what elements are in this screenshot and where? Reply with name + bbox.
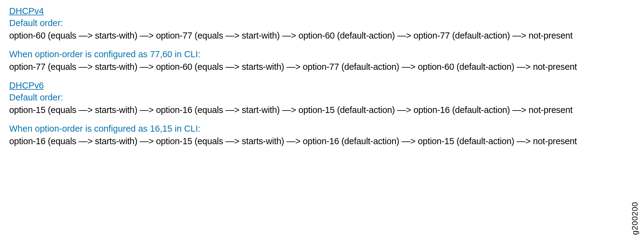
dhcpv6-default-label: Default order: xyxy=(9,92,635,103)
dhcpv4-configured-content: option-77 (equals —> starts-with) —> opt… xyxy=(9,62,635,72)
dhcpv6-configured-label: When option-order is configured as 16,15… xyxy=(9,124,635,134)
dhcpv6-configured-content: option-16 (equals —> starts-with) —> opt… xyxy=(9,136,635,146)
dhcpv4-configured-label: When option-order is configured as 77,60… xyxy=(9,49,635,59)
dhcpv6-default-content: option-15 (equals —> starts-with) —> opt… xyxy=(9,105,635,115)
dhcpv6-section: DHCPv6 Default order: option-15 (equals … xyxy=(9,81,635,146)
dhcpv4-title: DHCPv4 xyxy=(9,6,635,16)
dhcpv4-default-content: option-60 (equals —> starts-with) —> opt… xyxy=(9,31,635,41)
dhcpv6-title: DHCPv6 xyxy=(9,81,635,91)
dhcpv4-section: DHCPv4 Default order: option-60 (equals … xyxy=(9,6,635,72)
dhcpv4-default-label: Default order: xyxy=(9,18,635,28)
image-id-label: g200200 xyxy=(630,202,640,235)
